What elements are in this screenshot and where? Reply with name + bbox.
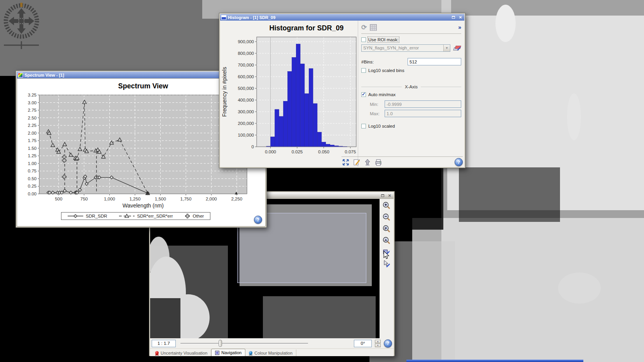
roi-mask-value: SYN_flags_SYN_high_error: [362, 46, 443, 50]
zoom-slider-thumb[interactable]: [219, 340, 222, 347]
histogram-toolbar: ?: [341, 156, 463, 166]
histogram-titlebar[interactable]: Histogram - [1] SDR_09 ✕: [220, 14, 464, 21]
svg-text:0: 0: [252, 144, 254, 149]
bins-label: #Bins:: [361, 60, 374, 64]
legend-item-other: Other: [185, 214, 204, 218]
export-icon[interactable]: [363, 158, 372, 166]
help-button[interactable]: ?: [384, 339, 392, 348]
svg-text:1,500: 1,500: [155, 197, 166, 201]
svg-text:200,000: 200,000: [238, 121, 254, 126]
histogram-chart: 0100,000200,000300,000400,000500,000600,…: [220, 21, 357, 158]
expand-options-button[interactable]: »: [458, 24, 461, 30]
tab-navigation[interactable]: Navigation: [211, 349, 245, 356]
close-icon[interactable]: ✕: [387, 193, 392, 198]
svg-text:2.00: 2.00: [28, 131, 37, 135]
auto-minmax-checkbox[interactable]: [361, 92, 366, 97]
svg-text:500,000: 500,000: [238, 86, 254, 91]
svg-text:400,000: 400,000: [238, 98, 254, 102]
svg-text:1.25: 1.25: [28, 153, 37, 158]
tab-label: Navigation: [221, 350, 242, 355]
min-input[interactable]: [385, 100, 461, 108]
svg-text:1.75: 1.75: [28, 138, 37, 143]
svg-text:1,000: 1,000: [104, 197, 115, 201]
dock-tabs: Uncertainty VisualisationNavigationColou…: [150, 348, 394, 356]
rotation-down-button[interactable]: ▼: [375, 344, 381, 347]
mask-editor-icon[interactable]: [453, 44, 461, 52]
tab-uncertainty-visualisation[interactable]: Uncertainty Visualisation: [152, 350, 211, 356]
zoom-all-icon[interactable]: A: [382, 235, 392, 246]
rotation-up-button[interactable]: ▲: [375, 340, 381, 343]
rotation-spinner: ▲ ▼: [375, 340, 381, 347]
bins-input[interactable]: [408, 58, 461, 65]
min-label: Min:: [370, 102, 382, 107]
refresh-icon[interactable]: ⟳: [361, 24, 367, 31]
float-window-icon[interactable]: [451, 15, 456, 20]
svg-text:700,000: 700,000: [238, 63, 254, 67]
svg-text:3.00: 3.00: [28, 100, 37, 105]
svg-text:2.50: 2.50: [28, 116, 37, 120]
roi-mask-select[interactable]: SYN_flags_SYN_high_error ▼: [361, 44, 450, 52]
svg-text:SDR_09: SDR_09: [297, 156, 316, 158]
svg-text:0.000: 0.000: [265, 149, 276, 154]
max-input[interactable]: [385, 110, 461, 117]
svg-text:0.50: 0.50: [28, 176, 37, 181]
svg-text:Spectrum View: Spectrum View: [118, 82, 169, 90]
svg-text:Wavelength (nm): Wavelength (nm): [122, 202, 164, 209]
svg-text:Histogram for SDR_09: Histogram for SDR_09: [269, 24, 343, 32]
svg-text:1,750: 1,750: [180, 197, 192, 201]
mouse-cursor: [383, 251, 391, 260]
svg-text:1.50: 1.50: [28, 146, 37, 151]
histogram-window-icon: [221, 15, 226, 20]
svg-text:3.25: 3.25: [28, 93, 37, 97]
pan-compass-widget[interactable]: [1, 2, 44, 51]
help-button[interactable]: ?: [254, 216, 262, 224]
svg-text:Frequency in #pixels: Frequency in #pixels: [221, 67, 228, 117]
edit-properties-icon[interactable]: [352, 158, 361, 166]
uncertainty-icon: [155, 351, 159, 355]
window-title: Spectrum View - [1]: [24, 73, 64, 77]
compass-north-tick: [20, 3, 23, 7]
svg-text:P: P: [385, 227, 387, 230]
svg-text:0.00: 0.00: [28, 192, 37, 196]
close-icon[interactable]: ✕: [458, 15, 463, 20]
pan-down-arrow: [17, 24, 26, 34]
help-button[interactable]: ?: [455, 158, 463, 166]
sync-cursor-icon[interactable]: [382, 259, 392, 269]
svg-text:2,000: 2,000: [206, 197, 217, 201]
zoom-out-icon[interactable]: [382, 212, 392, 222]
svg-text:0.75: 0.75: [28, 169, 37, 173]
log-scaled-label: Log10 scaled: [368, 124, 395, 128]
background-window-edge: [406, 360, 583, 362]
svg-text:750: 750: [80, 197, 88, 201]
log-bins-checkbox[interactable]: [361, 68, 366, 73]
zoom-in-icon[interactable]: [382, 200, 392, 211]
zoom-ratio-field[interactable]: 1 : 1.7: [152, 340, 176, 347]
svg-text:600,000: 600,000: [238, 74, 254, 79]
svg-text:2,250: 2,250: [231, 197, 242, 201]
table-view-icon[interactable]: [370, 24, 377, 31]
auto-minmax-label: Auto min/max: [368, 92, 396, 97]
rotation-field[interactable]: 0°: [354, 340, 372, 347]
spectrum-window-icon: [18, 73, 23, 77]
tab-colour-manipulation[interactable]: Colour Manipulation: [245, 350, 296, 356]
float-window-icon[interactable]: [380, 193, 385, 198]
log-bins-label: Log10 scaled bins: [368, 68, 404, 73]
zoom-slider[interactable]: [179, 339, 351, 347]
use-roi-checkbox[interactable]: [361, 37, 366, 42]
svg-text:0.075: 0.075: [345, 149, 356, 154]
zoom-all-icon[interactable]: [341, 158, 350, 166]
histogram-window: Histogram - [1] SDR_09 ✕ 0100,000200,000…: [219, 13, 466, 168]
zoom-pixel-icon[interactable]: P: [382, 224, 392, 234]
svg-text:2.25: 2.25: [28, 123, 37, 128]
legend-item-sdr-err: SDR*err_SDR*err: [119, 214, 173, 218]
colour-icon: [249, 351, 252, 355]
chevron-down-icon[interactable]: ▼: [443, 45, 450, 51]
print-icon[interactable]: [374, 158, 383, 166]
navigation-icon: [215, 351, 219, 355]
pan-left-arrow: [9, 17, 18, 25]
svg-text:300,000: 300,000: [238, 109, 254, 114]
svg-text:A: A: [385, 238, 387, 242]
max-label: Max:: [370, 111, 382, 116]
log-scaled-checkbox[interactable]: [361, 124, 366, 128]
desktop: ✕: [0, 0, 644, 362]
